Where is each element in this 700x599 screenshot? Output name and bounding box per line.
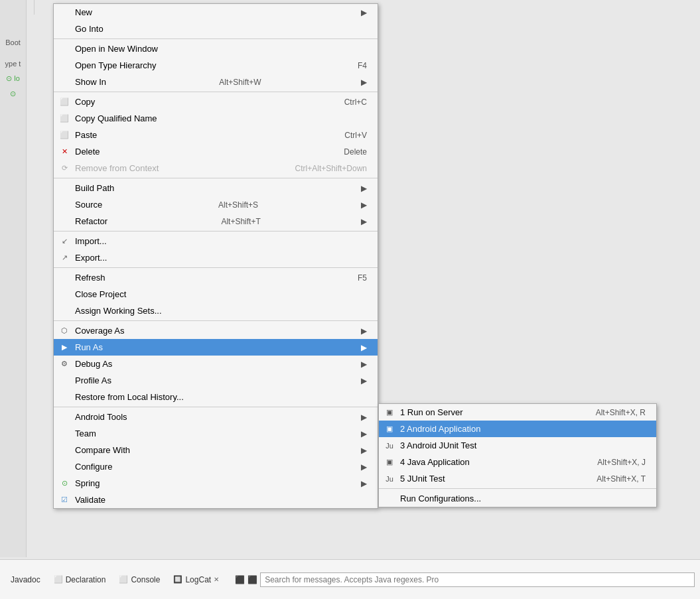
remove-context-shortcut: Ctrl+Alt+Shift+Down	[282, 164, 367, 173]
run-configurations-label: Run Configurations...	[400, 494, 481, 503]
source-label: Source	[75, 200, 102, 210]
logcat-search-input[interactable]	[260, 572, 695, 587]
open-type-hierarchy-shortcut: F4	[344, 61, 367, 70]
menu-item-delete[interactable]: ✕ Delete Delete	[54, 143, 378, 160]
submenu-item-run-on-server[interactable]: ▣ 1 Run on Server Alt+Shift+X, R	[379, 404, 656, 421]
java-application-icon: ▣	[384, 457, 395, 468]
menu-item-profile-as[interactable]: Profile As ▶	[54, 372, 378, 389]
copy-shortcut: Ctrl+C	[331, 98, 367, 107]
menu-item-restore-local-history[interactable]: Restore from Local History...	[54, 389, 378, 405]
context-menu: New ▶ Go Into Open in New Window Open Ty…	[53, 3, 378, 509]
menu-item-paste[interactable]: ⬜ Paste Ctrl+V	[54, 127, 378, 143]
tab-javadoc-label: Javadoc	[11, 575, 40, 584]
menu-item-android-tools[interactable]: Android Tools ▶	[54, 409, 378, 425]
menu-item-team[interactable]: Team ▶	[54, 425, 378, 442]
menu-item-remove-context[interactable]: ⟳ Remove from Context Ctrl+Alt+Shift+Dow…	[54, 160, 378, 176]
menu-item-close-project[interactable]: Close Project	[54, 286, 378, 302]
android-tools-label: Android Tools	[75, 412, 127, 422]
divider-6	[54, 320, 378, 321]
profile-as-label: Profile As	[75, 375, 111, 385]
tab-declaration-label: Declaration	[66, 575, 106, 584]
validate-label: Validate	[75, 495, 105, 505]
run-on-server-shortcut: Alt+Shift+X, R	[583, 408, 646, 417]
team-label: Team	[75, 429, 96, 438]
run-on-server-icon: ▣	[384, 407, 395, 418]
left-label-lo: ⊙ lo	[6, 74, 20, 83]
divider-1	[54, 38, 378, 39]
menu-item-open-type-hierarchy[interactable]: Open Type Hierarchy F4	[54, 57, 378, 74]
delete-shortcut: Delete	[330, 147, 367, 157]
open-new-window-label: Open in New Window	[75, 44, 158, 54]
tab-declaration[interactable]: ⬜ Declaration	[48, 573, 111, 586]
menu-item-import[interactable]: ↙ Import...	[54, 233, 378, 249]
bottom-tabs: Javadoc ⬜ Declaration ⬜ Console 🔲 LogCat…	[0, 570, 230, 589]
compare-with-label: Compare With	[75, 445, 130, 455]
coverage-as-arrow: ▶	[361, 326, 367, 336]
menu-item-new[interactable]: New ▶	[54, 4, 378, 21]
copy-icon: ⬜	[59, 97, 70, 107]
submenu-item-java-application[interactable]: ▣ 4 Java Application Alt+Shift+X, J	[379, 454, 656, 470]
menu-item-configure[interactable]: Configure ▶	[54, 458, 378, 475]
spring-label: Spring	[75, 478, 100, 488]
refresh-label: Refresh	[75, 273, 105, 283]
menu-item-build-path[interactable]: Build Path ▶	[54, 180, 378, 196]
paste-shortcut: Ctrl+V	[331, 131, 367, 140]
import-icon: ↙	[59, 236, 70, 247]
show-in-arrow: ▶	[361, 78, 367, 87]
restore-local-history-label: Restore from Local History...	[75, 392, 184, 402]
menu-item-spring[interactable]: ⊙ Spring ▶	[54, 475, 378, 492]
refresh-shortcut: F5	[344, 273, 367, 283]
menu-item-show-in[interactable]: Show In Alt+Shift+W ▶	[54, 74, 378, 90]
remove-context-label: Remove from Context	[75, 163, 159, 173]
build-path-arrow: ▶	[361, 184, 367, 193]
submenu-divider-1	[379, 488, 656, 489]
android-junit-label: 3 Android JUnit Test	[400, 440, 476, 450]
menu-item-refactor[interactable]: Refactor Alt+Shift+T ▶	[54, 213, 378, 230]
menu-item-validate[interactable]: ☑ Validate	[54, 492, 378, 508]
tab-logcat[interactable]: 🔲 LogCat ✕	[168, 573, 224, 586]
export-icon: ↗	[59, 253, 70, 263]
debug-icon: ⚙	[59, 359, 70, 369]
left-label-validate: ⊙	[10, 90, 16, 98]
delete-label: Delete	[75, 147, 100, 157]
bottom-bar: Javadoc ⬜ Declaration ⬜ Console 🔲 LogCat…	[0, 559, 700, 599]
junit-test-shortcut: Alt+Shift+X, T	[583, 474, 646, 484]
menu-item-coverage-as[interactable]: ⬡ Coverage As ▶	[54, 322, 378, 339]
coverage-as-label: Coverage As	[75, 326, 124, 336]
menu-item-source[interactable]: Source Alt+Shift+S ▶	[54, 196, 378, 213]
source-arrow: ▶	[361, 200, 367, 210]
submenu-item-android-application[interactable]: ▣ 2 Android Application	[379, 421, 656, 437]
bottom-toolbar-icon-2[interactable]: ⬛	[247, 575, 257, 584]
left-label-boot: Boot	[5, 38, 21, 46]
profile-as-arrow: ▶	[361, 376, 367, 385]
menu-item-copy-qualified[interactable]: ⬜ Copy Qualified Name	[54, 110, 378, 127]
menu-item-refresh[interactable]: Refresh F5	[54, 269, 378, 286]
new-label: New	[75, 7, 92, 17]
spring-arrow: ▶	[361, 479, 367, 488]
show-in-shortcut: Alt+Shift+W	[206, 78, 261, 87]
divider-5	[54, 267, 378, 268]
menu-item-export[interactable]: ↗ Export...	[54, 249, 378, 266]
junit-test-icon: Ju	[384, 474, 395, 484]
open-type-hierarchy-label: Open Type Hierarchy	[75, 60, 157, 70]
go-into-label: Go Into	[75, 24, 104, 34]
menu-item-open-new-window[interactable]: Open in New Window	[54, 40, 378, 57]
android-application-icon: ▣	[384, 424, 395, 434]
submenu-item-run-configurations[interactable]: Run Configurations...	[379, 490, 656, 507]
android-junit-icon: Ju	[384, 440, 395, 451]
menu-item-run-as[interactable]: ▶ Run As ▶	[54, 339, 378, 356]
compare-with-arrow: ▶	[361, 446, 367, 455]
menu-item-go-into[interactable]: Go Into	[54, 21, 378, 37]
tab-javadoc[interactable]: Javadoc	[5, 573, 46, 586]
show-in-label: Show In	[75, 77, 106, 87]
menu-item-compare-with[interactable]: Compare With ▶	[54, 442, 378, 458]
menu-item-copy[interactable]: ⬜ Copy Ctrl+C	[54, 94, 378, 110]
submenu-item-junit-test[interactable]: Ju 5 JUnit Test Alt+Shift+X, T	[379, 470, 656, 487]
submenu-item-android-junit[interactable]: Ju 3 Android JUnit Test	[379, 437, 656, 454]
menu-item-debug-as[interactable]: ⚙ Debug As ▶	[54, 356, 378, 372]
bottom-toolbar-icon-1[interactable]: ⬛	[235, 575, 245, 584]
menu-item-assign-working-sets[interactable]: Assign Working Sets...	[54, 302, 378, 319]
logcat-close-icon[interactable]: ✕	[214, 576, 219, 583]
android-application-label: 2 Android Application	[400, 424, 480, 434]
tab-console[interactable]: ⬜ Console	[113, 573, 165, 586]
